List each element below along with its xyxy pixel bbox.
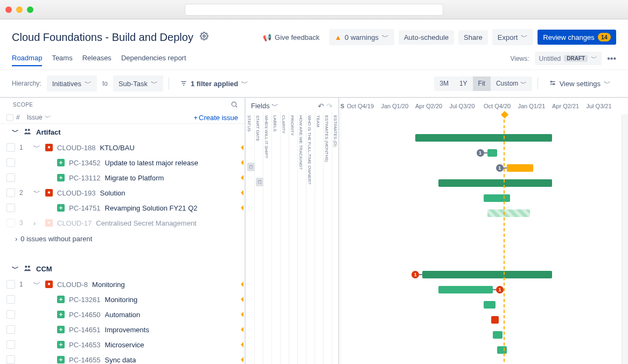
tab-teams[interactable]: Teams xyxy=(52,51,72,66)
time-custom-button[interactable]: Custom ﹀ xyxy=(491,76,532,91)
fields-dropdown[interactable]: Fields ﹀ xyxy=(251,101,278,111)
auto-schedule-button[interactable]: Auto-schedule xyxy=(399,30,454,45)
dependency-badge[interactable]: 1 xyxy=(477,149,484,157)
dependency-badge[interactable]: 1 xyxy=(496,286,504,293)
issue-row[interactable]: PC-14655Sync data xyxy=(0,352,245,364)
expand-icon[interactable]: ﹀ xyxy=(33,188,41,198)
warnings-button[interactable]: ▲ 0 warnings ﹀ xyxy=(329,29,394,45)
field-column-label[interactable]: STATUS xyxy=(247,113,252,134)
issue-column-header[interactable]: Issue ﹀ xyxy=(27,113,193,122)
address-bar[interactable] xyxy=(185,4,443,16)
expand-icon[interactable]: ﹀ xyxy=(33,279,41,289)
field-column-label[interactable]: WHEN WILL IT SHIP? xyxy=(264,113,269,160)
maximize-window-button[interactable] xyxy=(27,6,33,13)
expand-icon[interactable]: › xyxy=(33,219,41,227)
field-column-label[interactable]: ESTIMATES (MONTHS) xyxy=(324,113,329,164)
hierarchy-from-select[interactable]: Initiatives ﹀ xyxy=(47,75,97,92)
gantt-bar[interactable] xyxy=(493,331,503,339)
field-column-label[interactable]: TEAM xyxy=(316,113,320,129)
issue-key[interactable]: CLOUD-17 xyxy=(57,219,92,227)
tab-roadmap[interactable]: Roadmap xyxy=(12,51,42,66)
row-checkbox[interactable] xyxy=(6,325,15,334)
gantt-bar[interactable] xyxy=(438,179,552,187)
issue-key[interactable]: CLOUD-188 xyxy=(57,144,96,152)
issue-key[interactable]: PC-13112 xyxy=(69,174,101,182)
select-all-checkbox[interactable] xyxy=(6,114,16,121)
issue-key[interactable]: PC-14653 xyxy=(69,341,101,349)
gantt-body[interactable]: 1111 xyxy=(339,114,628,364)
row-checkbox[interactable] xyxy=(6,355,15,364)
field-column-label[interactable]: CLARITY xyxy=(281,113,286,136)
issue-key[interactable]: PC-13261 xyxy=(69,296,101,304)
create-issue-button[interactable]: + Create issue xyxy=(193,114,238,122)
gantt-bar[interactable] xyxy=(487,209,530,217)
view-settings-button[interactable]: View settings ﹀ xyxy=(543,75,616,92)
row-checkbox[interactable] xyxy=(6,310,15,319)
gantt-bar[interactable] xyxy=(497,346,507,354)
hierarchy-to-select[interactable]: Sub-Task ﹀ xyxy=(113,75,163,92)
field-column-label[interactable]: PRIORITY xyxy=(290,113,295,138)
field-column-label[interactable]: ESTIMATES (D) xyxy=(333,113,338,149)
gantt-bar[interactable] xyxy=(487,149,497,157)
filters-button[interactable]: 1 filter applied ﹀ xyxy=(175,75,254,92)
gantt-bar[interactable] xyxy=(484,301,496,309)
field-column-label[interactable]: START DATE xyxy=(255,113,260,143)
redo-icon[interactable]: ↷ xyxy=(326,102,333,110)
share-button[interactable]: Share xyxy=(458,30,488,45)
field-column-label[interactable]: LABELS xyxy=(273,113,277,134)
start-date-cell[interactable]: □ xyxy=(256,178,263,186)
row-checkbox[interactable] xyxy=(6,340,15,349)
row-checkbox[interactable] xyxy=(6,204,15,212)
issue-row[interactable]: 1﹀CLOUD-8Monitoring xyxy=(0,277,245,292)
dependency-badge[interactable]: 1 xyxy=(496,164,504,172)
row-checkbox[interactable] xyxy=(6,280,15,289)
row-checkbox[interactable] xyxy=(6,219,15,227)
dependency-badge[interactable]: 1 xyxy=(411,271,419,278)
row-checkbox[interactable] xyxy=(6,158,15,167)
give-feedback-button[interactable]: 📢 Give feedback xyxy=(257,30,325,45)
gantt-bar[interactable] xyxy=(507,164,533,172)
export-button[interactable]: Export ﹀ xyxy=(492,29,534,45)
gantt-bar[interactable] xyxy=(438,286,493,293)
issue-row[interactable]: PC-14653Microservice xyxy=(0,337,245,352)
group-header[interactable]: ﹀Artifact xyxy=(0,124,245,140)
field-column-label[interactable]: WHO IS THE FULL-TIME OWNER? xyxy=(307,113,312,186)
gantt-bar[interactable] xyxy=(491,316,499,324)
tab-releases[interactable]: Releases xyxy=(82,51,111,66)
status-cell[interactable]: □ xyxy=(247,163,255,171)
review-changes-button[interactable]: Review changes 14 xyxy=(538,30,616,45)
minimize-window-button[interactable] xyxy=(16,6,23,13)
gantt-bar[interactable] xyxy=(415,134,552,142)
field-column-label[interactable]: HOW ARE WE TRACKING? xyxy=(298,113,303,172)
tab-dependencies-report[interactable]: Dependencies report xyxy=(121,51,186,66)
issue-row[interactable]: PC-13452Update to latest major release xyxy=(0,155,245,170)
time-1y-button[interactable]: 1Y xyxy=(454,76,473,91)
close-window-button[interactable] xyxy=(5,6,12,13)
issue-key[interactable]: CLOUD-193 xyxy=(57,189,96,197)
time-fit-button[interactable]: Fit xyxy=(473,76,491,91)
search-icon[interactable] xyxy=(231,101,238,109)
gantt-bar[interactable] xyxy=(422,271,552,278)
issue-key[interactable]: PC-13452 xyxy=(69,159,101,167)
issue-row[interactable]: PC-13261Monitoring xyxy=(0,292,245,307)
row-checkbox[interactable] xyxy=(6,295,15,304)
issue-row[interactable]: PC-13112Migrate to Platform xyxy=(0,170,245,185)
more-icon[interactable]: ••• xyxy=(607,54,616,64)
view-selector[interactable]: Untitled DRAFT ﹀ xyxy=(535,52,602,65)
issue-row[interactable]: PC-14650Automation xyxy=(0,307,245,322)
issues-without-parent[interactable]: › 0 issues without parent xyxy=(0,230,245,247)
issue-row[interactable]: PC-14751Revamping Solution FY21 Q2 xyxy=(0,200,245,215)
issue-key[interactable]: PC-14650 xyxy=(69,311,101,319)
expand-icon[interactable]: ﹀ xyxy=(33,143,41,152)
time-3m-button[interactable]: 3M xyxy=(434,76,454,91)
issue-key[interactable]: PC-14751 xyxy=(69,204,101,212)
group-header[interactable]: ﹀CCM xyxy=(0,261,245,277)
row-checkbox[interactable] xyxy=(6,173,15,182)
row-checkbox[interactable] xyxy=(6,143,15,152)
issue-key[interactable]: CLOUD-8 xyxy=(57,281,88,289)
gantt-bar[interactable] xyxy=(484,194,510,202)
issue-key[interactable]: PC-14655 xyxy=(69,356,101,364)
gear-icon[interactable] xyxy=(200,32,208,43)
issue-row[interactable]: PC-14651Improvements xyxy=(0,322,245,337)
issue-row[interactable]: 3›CLOUD-17Centralised Secret Management xyxy=(0,215,245,230)
